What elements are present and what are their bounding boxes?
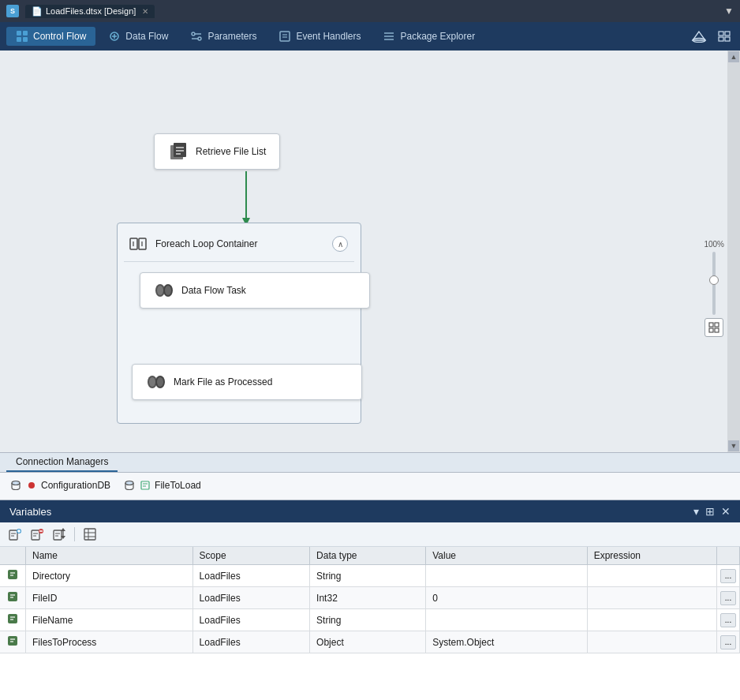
svg-rect-49 <box>141 481 149 489</box>
vars-row-scope: LoadFiles <box>192 587 310 609</box>
conn-db-icon <box>9 479 22 492</box>
conn-item-filetoload[interactable]: FileToLoad <box>123 479 201 492</box>
vars-row-icon-cell <box>0 587 26 609</box>
retrieve-file-list-icon <box>167 140 189 163</box>
variables-table: Name Scope Data type Value Expression Di… <box>0 547 740 653</box>
svg-rect-52 <box>9 530 17 540</box>
vars-row-ellipsis-btn[interactable]: ... <box>720 591 736 605</box>
task-mark-file-processed[interactable]: Mark File as Processed <box>132 364 362 400</box>
svg-rect-63 <box>54 530 62 540</box>
vars-row-datatype: Object <box>310 631 426 653</box>
zoom-level-label: 100% <box>704 240 724 249</box>
add-variable-btn[interactable] <box>6 526 24 543</box>
vars-row-expression <box>587 565 716 587</box>
move-variable-btn[interactable] <box>50 526 68 543</box>
parameters-icon <box>190 30 203 43</box>
vars-row-expression <box>587 587 716 609</box>
conn-item-configurationdb[interactable]: ConfigurationDB <box>9 479 110 492</box>
hat-icon-btn[interactable] <box>690 27 708 46</box>
svg-rect-79 <box>8 614 17 623</box>
conn-file-script-icon <box>139 479 151 492</box>
vars-row-icon-cell <box>0 609 26 631</box>
vars-row[interactable]: FileNameLoadFilesString... <box>0 609 740 631</box>
vars-grid-btn[interactable] <box>81 526 99 543</box>
vars-row-datatype: Int32 <box>310 587 426 609</box>
vars-row-datatype: String <box>310 609 426 631</box>
vars-row-ellipsis-btn[interactable]: ... <box>720 635 736 649</box>
zoom-fit-btn[interactable] <box>704 318 723 337</box>
svg-point-47 <box>28 482 35 489</box>
connection-managers-panel: Connection Managers ConfigurationDB <box>0 453 740 500</box>
tab-data-flow-label: Data Flow <box>125 31 168 42</box>
title-bar-right: ▼ <box>724 6 734 17</box>
zoom-slider-track[interactable] <box>712 252 716 315</box>
variables-toolbar <box>0 522 740 547</box>
conn-items-list: ConfigurationDB FileToLoad <box>0 473 740 498</box>
zoom-controls: 100% <box>704 240 724 337</box>
svg-rect-73 <box>8 570 17 579</box>
svg-point-48 <box>125 481 133 485</box>
vars-row-ellipsis-btn[interactable]: ... <box>720 569 736 583</box>
conn-configdb-label: ConfigurationDB <box>41 480 110 491</box>
event-handlers-icon <box>278 30 291 43</box>
foreach-collapse-btn[interactable]: ∧ <box>332 236 348 252</box>
title-bar: S 📄 LoadFiles.dtsx [Design] ✕ ▼ <box>0 0 740 22</box>
svg-rect-17 <box>719 32 723 36</box>
scroll-down-btn[interactable]: ▼ <box>728 440 739 451</box>
title-tab-loadfiles[interactable]: 📄 LoadFiles.dtsx [Design] ✕ <box>25 5 155 18</box>
vars-col-expression: Expression <box>587 547 716 565</box>
task-data-flow[interactable]: Data Flow Task <box>140 272 370 309</box>
mark-file-icon <box>145 371 167 393</box>
tab-parameters-label: Parameters <box>207 31 256 42</box>
vars-row-ellipsis-cell: ... <box>717 609 740 631</box>
svg-rect-45 <box>715 328 719 332</box>
canvas-scrollbar[interactable]: ▲ ▼ <box>727 51 740 452</box>
zoom-slider-thumb[interactable] <box>709 275 719 285</box>
scroll-up-btn[interactable]: ▲ <box>728 51 739 62</box>
variables-table-container: Name Scope Data type Value Expression Di… <box>0 547 740 700</box>
vars-row-ellipsis-btn[interactable]: ... <box>720 613 736 627</box>
remove-variable-btn[interactable] <box>28 526 46 543</box>
conn-managers-tab[interactable]: Connection Managers <box>6 453 118 472</box>
vars-row-name: FileID <box>26 587 193 609</box>
vars-pin-btn[interactable]: ▾ <box>693 505 699 518</box>
tab-event-handlers[interactable]: Event Handlers <box>269 27 370 46</box>
tab-package-explorer[interactable]: Package Explorer <box>373 27 484 46</box>
vars-row-icon-cell <box>0 631 26 653</box>
mark-file-processed-label: Mark File as Processed <box>174 376 272 387</box>
tab-parameters[interactable]: Parameters <box>181 27 266 46</box>
vars-row-scope: LoadFiles <box>192 609 310 631</box>
design-canvas: ▲ ▼ Retrieve File List <box>0 51 740 453</box>
svg-rect-22 <box>174 143 186 157</box>
tab-data-flow[interactable]: Data Flow <box>99 27 178 46</box>
svg-rect-18 <box>725 32 730 36</box>
conn-panel-tabs: Connection Managers <box>0 453 740 473</box>
vars-row-name: Directory <box>26 565 193 587</box>
vars-row[interactable]: FileIDLoadFilesInt320... <box>0 587 740 609</box>
close-tab-icon[interactable]: ✕ <box>142 7 148 16</box>
vars-row-name: FileName <box>26 609 193 631</box>
vars-row[interactable]: DirectoryLoadFilesString... <box>0 565 740 587</box>
data-flow-task-icon <box>153 279 175 301</box>
retrieve-file-list-label: Retrieve File List <box>196 146 266 157</box>
vars-dock-btn[interactable]: ⊞ <box>705 505 715 518</box>
svg-point-37 <box>165 286 171 295</box>
vars-col-name: Name <box>26 547 193 565</box>
svg-rect-20 <box>725 37 730 41</box>
vars-row-value: System.Object <box>426 631 587 653</box>
svg-rect-43 <box>715 323 719 327</box>
grid-icon-btn[interactable] <box>715 27 734 46</box>
data-flow-icon <box>108 30 121 43</box>
vars-row-value: 0 <box>426 587 587 609</box>
conn-filetoload-label: FileToLoad <box>155 480 201 491</box>
foreach-header: Foreach Loop Container ∧ <box>124 230 354 262</box>
tab-event-handlers-label: Event Handlers <box>296 31 361 42</box>
tab-control-flow[interactable]: Control Flow <box>6 27 95 46</box>
foreach-title: Foreach Loop Container <box>155 238 257 249</box>
foreach-loop-container[interactable]: Foreach Loop Container ∧ Data Flow Task <box>117 223 361 424</box>
svg-rect-58 <box>32 530 39 540</box>
task-retrieve-file-list[interactable]: Retrieve File List <box>154 133 280 170</box>
vars-header-row: Name Scope Data type Value Expression <box>0 547 740 565</box>
vars-row[interactable]: FilesToProcessLoadFilesObjectSystem.Obje… <box>0 631 740 653</box>
vars-close-btn[interactable]: ✕ <box>721 505 731 518</box>
